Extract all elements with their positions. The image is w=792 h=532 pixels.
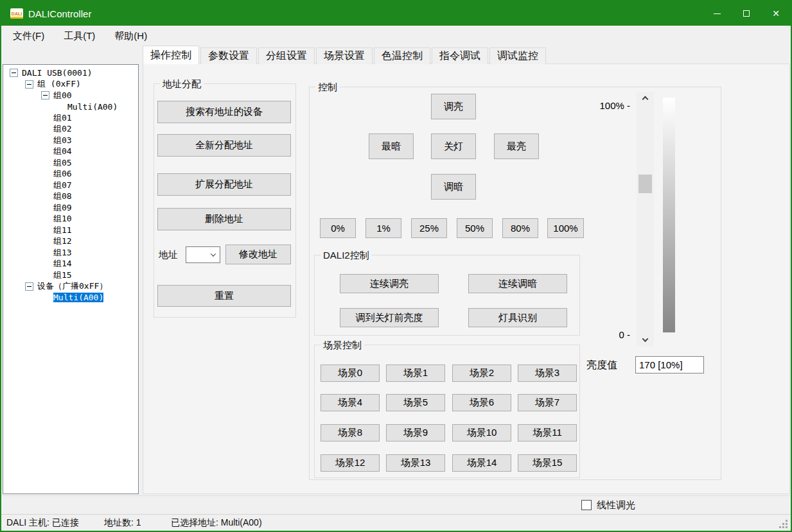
tree-row[interactable]: 组06 bbox=[3, 169, 138, 180]
scroll-down-button[interactable] bbox=[637, 332, 654, 347]
tree-item-dali-usb[interactable]: DALI USB(0001) bbox=[22, 68, 92, 78]
scene-12-button[interactable]: 场景12 bbox=[321, 454, 380, 472]
tree-collapse-icon[interactable] bbox=[41, 91, 49, 99]
scene-14-button[interactable]: 场景14 bbox=[452, 454, 511, 472]
percent-0-button[interactable]: 0% bbox=[320, 218, 356, 238]
scene-7-button[interactable]: 场景7 bbox=[518, 394, 577, 411]
tree-item-group11[interactable]: 组11 bbox=[53, 225, 72, 236]
tree-item-multi-a00[interactable]: Multi(A00) bbox=[67, 102, 118, 112]
tree-row[interactable]: 组04 bbox=[3, 146, 138, 158]
tree-item-group13[interactable]: 组13 bbox=[53, 247, 72, 259]
continuous-brighten-button[interactable]: 连续调亮 bbox=[340, 274, 439, 293]
tree-item-multi-a00-selected[interactable]: Multi(A00) bbox=[53, 293, 103, 302]
scene-1-button[interactable]: 场景1 bbox=[386, 365, 445, 382]
tree-row[interactable]: 组05 bbox=[3, 157, 138, 169]
tree-item-group09[interactable]: 组09 bbox=[53, 202, 72, 214]
scene-4-button[interactable]: 场景4 bbox=[321, 394, 380, 411]
tree-row[interactable]: 组09 bbox=[3, 202, 138, 214]
tree-row[interactable]: 组 (0xFF) bbox=[3, 79, 138, 90]
tree-item-group14[interactable]: 组14 bbox=[53, 258, 72, 270]
tab-scene-settings[interactable]: 场景设置 bbox=[316, 47, 373, 64]
tab-debug-monitor[interactable]: 调试监控 bbox=[489, 47, 546, 64]
scrollbar-thumb[interactable] bbox=[638, 175, 652, 193]
tab-color-temp-control[interactable]: 色温控制 bbox=[374, 47, 430, 64]
tree-item-device-broadcast[interactable]: 设备（广播0xFF） bbox=[37, 280, 107, 292]
scene-11-button[interactable]: 场景11 bbox=[518, 424, 577, 442]
tree-row[interactable]: 组01 bbox=[3, 112, 138, 124]
percent-100-button[interactable]: 100% bbox=[547, 218, 584, 238]
darkest-button[interactable]: 最暗 bbox=[369, 133, 414, 159]
tree-row[interactable]: 组02 bbox=[3, 124, 138, 135]
light-off-button[interactable]: 关灯 bbox=[431, 133, 476, 159]
scroll-up-button[interactable] bbox=[637, 92, 654, 106]
tree-item-group10[interactable]: 组10 bbox=[53, 213, 72, 225]
address-combobox[interactable] bbox=[186, 246, 220, 263]
tab-operation-control[interactable]: 操作控制 bbox=[143, 46, 199, 64]
scene-6-button[interactable]: 场景6 bbox=[452, 394, 511, 411]
menu-help[interactable]: 帮助(H) bbox=[114, 30, 147, 42]
scene-13-button[interactable]: 场景13 bbox=[386, 454, 445, 472]
tree-item-group01[interactable]: 组01 bbox=[53, 112, 72, 124]
tree-row[interactable]: 组00 bbox=[3, 90, 138, 101]
assign-new-address-button[interactable]: 全新分配地址 bbox=[157, 134, 291, 157]
tree-row[interactable]: 组13 bbox=[3, 247, 138, 259]
tree-item-group00[interactable]: 组00 bbox=[53, 90, 72, 101]
tree-row[interactable]: 组10 bbox=[3, 214, 138, 225]
tree-row[interactable]: 组12 bbox=[3, 236, 138, 248]
continuous-dim-button[interactable]: 连续调暗 bbox=[468, 274, 567, 293]
tree-item-group04[interactable]: 组04 bbox=[53, 146, 72, 157]
percent-25-button[interactable]: 25% bbox=[411, 218, 447, 238]
tree-row[interactable]: 组08 bbox=[3, 191, 138, 203]
tree-row[interactable]: Multi(A00) bbox=[3, 101, 138, 113]
tree-row[interactable]: 组15 bbox=[3, 270, 138, 281]
tab-parameter-settings[interactable]: 参数设置 bbox=[200, 47, 257, 64]
tree-row[interactable]: DALI USB(0001) bbox=[3, 67, 138, 79]
goto-last-level-button[interactable]: 调到关灯前亮度 bbox=[340, 308, 439, 327]
tree-row[interactable]: 组03 bbox=[3, 135, 138, 146]
scene-8-button[interactable]: 场景8 bbox=[321, 424, 380, 442]
tree-collapse-icon[interactable] bbox=[25, 80, 33, 89]
percent-50-button[interactable]: 50% bbox=[457, 218, 493, 238]
tab-command-debug[interactable]: 指令调试 bbox=[432, 47, 488, 64]
modify-address-button[interactable]: 修改地址 bbox=[225, 245, 291, 264]
tree-item-group08[interactable]: 组08 bbox=[53, 191, 72, 202]
lamp-identify-button[interactable]: 灯具识别 bbox=[468, 308, 567, 327]
brighten-button[interactable]: 调亮 bbox=[431, 94, 476, 119]
brightness-scrollbar[interactable] bbox=[637, 92, 654, 347]
scene-3-button[interactable]: 场景3 bbox=[518, 365, 577, 382]
close-button[interactable]: ✕ bbox=[761, 1, 791, 26]
tab-grouping-settings[interactable]: 分组设置 bbox=[258, 47, 315, 64]
tree-item-group12[interactable]: 组12 bbox=[53, 236, 72, 247]
scene-2-button[interactable]: 场景2 bbox=[452, 365, 511, 382]
resize-grip-icon[interactable] bbox=[786, 526, 788, 528]
tree-item-group05[interactable]: 组05 bbox=[53, 157, 72, 169]
dim-button[interactable]: 调暗 bbox=[431, 174, 476, 200]
percent-1-button[interactable]: 1% bbox=[365, 218, 401, 238]
scene-0-button[interactable]: 场景0 bbox=[321, 365, 380, 382]
scene-5-button[interactable]: 场景5 bbox=[386, 394, 445, 411]
brightness-value-input[interactable] bbox=[635, 356, 704, 373]
tree-row[interactable]: 设备（广播0xFF） bbox=[3, 281, 138, 293]
tree-item-group03[interactable]: 组03 bbox=[53, 135, 72, 146]
scene-9-button[interactable]: 场景9 bbox=[386, 424, 445, 442]
tree-item-group15[interactable]: 组15 bbox=[53, 270, 72, 281]
tree-row[interactable]: Multi(A00) bbox=[3, 292, 138, 304]
brightest-button[interactable]: 最亮 bbox=[494, 133, 539, 159]
tree-collapse-icon[interactable] bbox=[25, 282, 33, 291]
menu-tools[interactable]: 工具(T) bbox=[64, 30, 95, 42]
reset-button[interactable]: 重置 bbox=[157, 285, 291, 307]
tree-item-group-root[interactable]: 组 (0xFF) bbox=[37, 78, 81, 90]
scene-15-button[interactable]: 场景15 bbox=[518, 454, 577, 472]
tree-item-group07[interactable]: 组07 bbox=[53, 180, 72, 191]
tree-item-group06[interactable]: 组06 bbox=[53, 168, 72, 180]
maximize-button[interactable] bbox=[732, 1, 761, 26]
percent-80-button[interactable]: 80% bbox=[502, 218, 538, 238]
scene-10-button[interactable]: 场景10 bbox=[452, 424, 511, 442]
extend-assign-address-button[interactable]: 扩展分配地址 bbox=[157, 173, 291, 196]
tree-row[interactable]: 组11 bbox=[3, 225, 138, 236]
minimize-button[interactable] bbox=[702, 1, 732, 26]
tree-row[interactable]: 组07 bbox=[3, 180, 138, 191]
delete-address-button[interactable]: 删除地址 bbox=[157, 208, 291, 230]
menu-file[interactable]: 文件(F) bbox=[13, 30, 44, 42]
linear-dimming-checkbox[interactable] bbox=[581, 500, 592, 510]
